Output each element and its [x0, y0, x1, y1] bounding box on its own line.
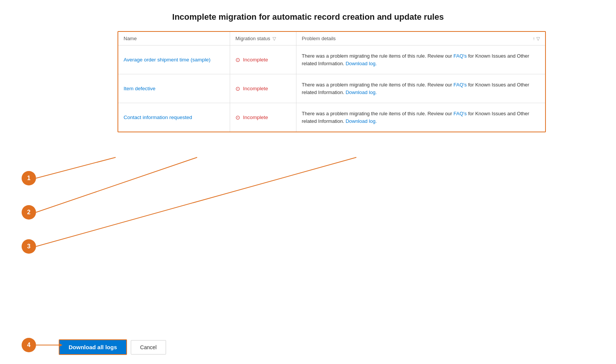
table-cell-status-2: ⊙ Incomplete: [230, 74, 296, 103]
annotation-number-3: 3: [27, 243, 31, 250]
download-log-link-3[interactable]: Download log.: [346, 118, 377, 124]
rule-name-link-2[interactable]: Item defective: [124, 86, 155, 91]
status-text-3: Incomplete: [243, 115, 268, 120]
problem-prefix-1: There was a problem migrating the rule i…: [302, 53, 453, 59]
migration-table: Name Migration status ▽ Problem details …: [118, 31, 546, 132]
annotation-bubble-2: 2: [22, 205, 36, 220]
table-cell-problem-1: There was a problem migrating the rule i…: [296, 46, 545, 74]
svg-line-2: [36, 157, 197, 212]
annotation-number-4: 4: [27, 342, 31, 348]
col-name-label: Name: [124, 36, 137, 41]
table-cell-status-1: ⊙ Incomplete: [230, 46, 296, 74]
annotation-number-1: 1: [27, 175, 31, 182]
problem-text-1: There was a problem migrating the rule i…: [302, 52, 540, 67]
col-status-label: Migration status: [235, 36, 270, 41]
problem-prefix-3: There was a problem migrating the rule i…: [302, 111, 453, 116]
table-cell-problem-3: There was a problem migrating the rule i…: [296, 103, 545, 132]
problem-text-2: There was a problem migrating the rule i…: [302, 81, 540, 96]
status-text-1: Incomplete: [243, 57, 268, 63]
table-cell-name-1: Average order shipment time (sample): [118, 46, 230, 74]
table-cell-problem-2: There was a problem migrating the rule i…: [296, 74, 545, 103]
col-header-status: Migration status ▽: [230, 32, 296, 46]
status-cell-2: ⊙ Incomplete: [235, 86, 268, 91]
problem-prefix-2: There was a problem migrating the rule i…: [302, 82, 453, 88]
incomplete-icon-1: ⊙: [235, 57, 240, 63]
status-text-2: Incomplete: [243, 86, 268, 91]
table-grid: Name Migration status ▽ Problem details …: [118, 32, 545, 132]
table-cell-name-2: Item defective: [118, 74, 230, 103]
col-problem-label: Problem details: [302, 36, 336, 41]
table-cell-status-3: ⊙ Incomplete: [230, 103, 296, 132]
status-filter-icon[interactable]: ▽: [273, 36, 276, 41]
table-cell-name-3: Contact information requested: [118, 103, 230, 132]
faq-link-2[interactable]: FAQ's: [453, 82, 467, 88]
download-log-link-2[interactable]: Download log.: [346, 89, 377, 95]
button-row: Download all logs Cancel: [59, 339, 166, 355]
download-log-link-1[interactable]: Download log.: [346, 61, 377, 66]
svg-line-0: [36, 157, 116, 178]
col-header-problem: Problem details ↑ ▽: [296, 32, 545, 46]
download-all-logs-button[interactable]: Download all logs: [59, 339, 127, 355]
svg-line-3: [36, 157, 356, 246]
problem-text-3: There was a problem migrating the rule i…: [302, 110, 540, 125]
annotation-number-2: 2: [27, 209, 31, 216]
filter-icon[interactable]: ▽: [536, 36, 540, 41]
problem-sort-filter: ↑ ▽: [533, 36, 540, 41]
faq-link-1[interactable]: FAQ's: [453, 53, 467, 59]
incomplete-icon-2: ⊙: [235, 86, 240, 91]
page-container: Incomplete migration for automatic recor…: [0, 0, 616, 364]
faq-link-3[interactable]: FAQ's: [453, 111, 467, 116]
sort-up-icon[interactable]: ↑: [533, 36, 535, 41]
col-header-name: Name: [118, 32, 230, 46]
incomplete-icon-3: ⊙: [235, 115, 240, 120]
annotation-bubble-1: 1: [22, 171, 36, 185]
annotation-bubble-3: 3: [22, 239, 36, 254]
annotation-bubble-4: 4: [22, 338, 36, 352]
status-cell-3: ⊙ Incomplete: [235, 115, 268, 120]
rule-name-link-3[interactable]: Contact information requested: [124, 115, 192, 120]
status-cell-1: ⊙ Incomplete: [235, 57, 268, 63]
cancel-button[interactable]: Cancel: [131, 340, 166, 355]
page-title: Incomplete migration for automatic recor…: [0, 0, 616, 31]
rule-name-link-1[interactable]: Average order shipment time (sample): [124, 57, 210, 63]
